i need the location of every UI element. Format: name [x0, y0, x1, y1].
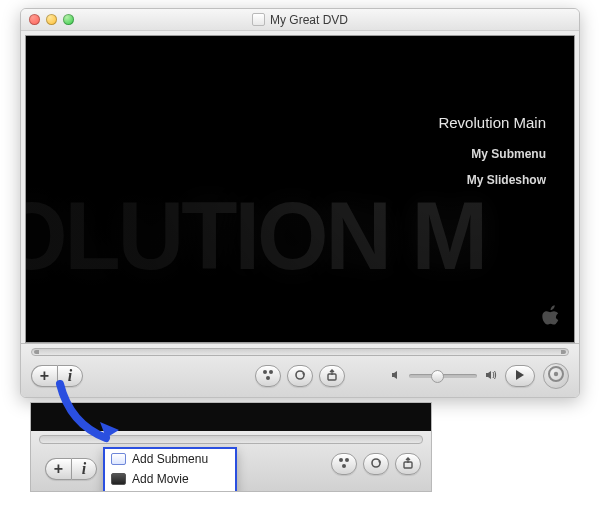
map-icon: [338, 455, 350, 473]
info-icon: i: [68, 367, 72, 385]
zoom-add-button[interactable]: +: [45, 458, 71, 480]
dvd-menu-list: Revolution Main My Submenu My Slideshow: [438, 114, 546, 199]
svg-point-6: [339, 458, 343, 462]
dvd-menu-item-slideshow[interactable]: My Slideshow: [438, 173, 546, 187]
zoom-toolbar: + i Add Submenu Add Movie Add Slideshow: [31, 431, 431, 492]
add-submenu-label: Add Submenu: [132, 452, 208, 466]
movie-icon: [111, 473, 126, 485]
add-popup-menu: Add Submenu Add Movie Add Slideshow: [103, 447, 237, 492]
export-icon: [326, 367, 338, 385]
timeline-scrubber[interactable]: [31, 348, 569, 356]
map-icon: [262, 367, 274, 385]
apple-logo-icon: [540, 304, 562, 330]
document-proxy-icon: [252, 13, 265, 26]
dvd-menu-title[interactable]: Revolution Main: [438, 114, 546, 131]
add-button[interactable]: +: [31, 365, 57, 387]
info-icon: i: [82, 460, 86, 478]
burn-icon: [547, 365, 565, 386]
close-window-button[interactable]: [29, 14, 40, 25]
volume-high-icon: [485, 370, 497, 382]
submenu-icon: [111, 453, 126, 465]
right-controls: [391, 363, 569, 389]
bottom-toolbar: + i: [21, 343, 579, 397]
title-center: My Great DVD: [21, 13, 579, 27]
svg-point-5: [554, 372, 558, 376]
plus-icon: +: [54, 460, 63, 478]
idvd-window: My Great DVD OLUTION M Revolution Main M…: [20, 8, 580, 398]
add-slideshow-item[interactable]: Add Slideshow: [105, 489, 235, 492]
svg-point-1: [269, 370, 273, 374]
export-icon: [402, 455, 414, 473]
motion-button[interactable]: [287, 365, 313, 387]
volume-low-icon: [391, 370, 401, 382]
minimize-window-button[interactable]: [46, 14, 57, 25]
inspector-button[interactable]: i: [57, 365, 83, 387]
loop-icon: [369, 455, 383, 473]
zoom-detail-panel: + i Add Submenu Add Movie Add Slideshow: [30, 402, 432, 492]
zoom-map-button[interactable]: [331, 453, 357, 475]
dvd-menu-item-submenu[interactable]: My Submenu: [438, 147, 546, 161]
burn-disc-button[interactable]: [543, 363, 569, 389]
center-button-group: [255, 365, 345, 387]
zoom-preview-sliver: [31, 403, 431, 431]
add-inspector-segmented: + i: [31, 365, 83, 387]
loop-icon: [293, 367, 307, 385]
zoom-center-buttons: [331, 453, 421, 475]
svg-point-2: [266, 376, 270, 380]
dvd-preview[interactable]: OLUTION M Revolution Main My Submenu My …: [25, 35, 575, 343]
play-button[interactable]: [505, 365, 535, 387]
add-submenu-item[interactable]: Add Submenu: [105, 449, 235, 469]
plus-icon: +: [40, 367, 49, 385]
zoom-burn-panel-button[interactable]: [395, 453, 421, 475]
zoom-scrubber[interactable]: [39, 435, 423, 444]
zoom-inspector-button[interactable]: i: [71, 458, 97, 480]
traffic-lights: [21, 14, 74, 25]
svg-point-8: [342, 464, 346, 468]
volume-slider[interactable]: [409, 374, 477, 378]
svg-point-7: [345, 458, 349, 462]
burn-panel-button[interactable]: [319, 365, 345, 387]
zoom-add-inspector-segmented: + i: [45, 458, 97, 480]
svg-point-0: [263, 370, 267, 374]
add-movie-item[interactable]: Add Movie: [105, 469, 235, 489]
add-movie-label: Add Movie: [132, 472, 189, 486]
zoom-motion-button[interactable]: [363, 453, 389, 475]
zoom-window-button[interactable]: [63, 14, 74, 25]
map-button[interactable]: [255, 365, 281, 387]
titlebar: My Great DVD: [21, 9, 579, 31]
window-title: My Great DVD: [270, 13, 348, 27]
play-icon: [515, 367, 525, 385]
